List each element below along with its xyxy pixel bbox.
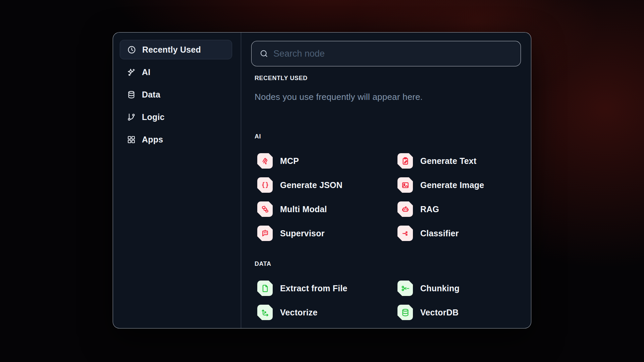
node-item-vectorize[interactable]: Vectorize <box>257 305 397 320</box>
sidebar-item-data[interactable]: Data <box>120 85 232 104</box>
node-label: Multi Modal <box>280 204 327 214</box>
node-item-generate-image[interactable]: Generate Image <box>397 177 521 193</box>
sidebar-item-apps[interactable]: Apps <box>120 130 232 149</box>
node-label: Extract from File <box>280 284 347 293</box>
node-sections: RECENTLY USED Nodes you use frequently w… <box>251 75 521 328</box>
extract-from-file-icon <box>257 281 273 296</box>
node-item-generate-json[interactable]: Generate JSON <box>257 177 397 193</box>
node-item-vectordb[interactable]: VectorDB <box>397 305 521 320</box>
node-label: Generate JSON <box>280 180 342 190</box>
supervisor-icon <box>257 226 273 241</box>
generate-json-icon <box>257 177 273 193</box>
node-label: MCP <box>280 156 299 166</box>
search-icon <box>259 49 269 58</box>
vectorize-icon <box>257 305 273 320</box>
search-input[interactable] <box>273 49 514 59</box>
node-item-chunking[interactable]: Chunking <box>397 281 521 296</box>
node-item-generate-text[interactable]: Generate Text <box>397 153 521 169</box>
rag-icon <box>397 201 413 217</box>
mcp-icon <box>257 153 273 169</box>
category-sidebar: Recently Used AI Data Logic Apps <box>113 33 241 328</box>
node-label: Chunking <box>420 284 460 293</box>
section-empty-text: Nodes you use frequently will appear her… <box>255 92 521 102</box>
node-label: Vectorize <box>280 308 318 317</box>
section-header: DATA <box>255 260 521 267</box>
section-header: RECENTLY USED <box>255 75 521 82</box>
generate-image-icon <box>397 177 413 193</box>
sparkles-icon <box>126 67 136 77</box>
node-picker-dialog: Recently Used AI Data Logic Apps RECENTL… <box>113 32 531 328</box>
node-item-rag[interactable]: RAG <box>397 201 521 217</box>
node-label: Generate Image <box>420 180 484 190</box>
node-item-mcp[interactable]: MCP <box>257 153 397 169</box>
node-item-extract-from-file[interactable]: Extract from File <box>257 281 397 296</box>
section-header: AI <box>255 133 521 140</box>
node-label: VectorDB <box>420 308 459 317</box>
node-label: Generate Text <box>420 156 476 166</box>
grid-icon <box>126 135 136 144</box>
node-section-ai: AI MCP Generate Text Generate JSON Gener… <box>255 133 521 241</box>
node-item-supervisor[interactable]: Supervisor <box>257 226 397 241</box>
node-list-panel: RECENTLY USED Nodes you use frequently w… <box>241 33 531 328</box>
classifier-icon <box>397 226 413 241</box>
generate-text-icon <box>397 153 413 169</box>
sidebar-item-ai[interactable]: AI <box>120 62 232 82</box>
node-grid: MCP Generate Text Generate JSON Generate… <box>255 153 521 241</box>
clock-icon <box>127 45 136 54</box>
desktop-background: Recently Used AI Data Logic Apps RECENTL… <box>0 0 644 362</box>
node-label: Supervisor <box>280 229 325 238</box>
node-grid: Extract from File Chunking Vectorize Vec… <box>255 281 521 328</box>
sidebar-item-recently-used[interactable]: Recently Used <box>120 40 232 59</box>
sidebar-item-logic[interactable]: Logic <box>120 107 232 127</box>
vectordb-icon <box>397 305 413 320</box>
chunking-icon <box>397 281 413 296</box>
node-section-recently-used: RECENTLY USED Nodes you use frequently w… <box>255 75 521 115</box>
multi-modal-icon <box>257 201 273 217</box>
node-item-multi-modal[interactable]: Multi Modal <box>257 201 397 217</box>
node-label: Classifier <box>420 229 459 238</box>
git-branch-icon <box>126 112 136 122</box>
node-label: RAG <box>420 204 439 214</box>
node-item-classifier[interactable]: Classifier <box>397 226 521 241</box>
search-box[interactable] <box>251 41 521 66</box>
database-icon <box>126 90 136 99</box>
node-section-data: DATA Extract from File Chunking Vectoriz… <box>255 260 521 328</box>
